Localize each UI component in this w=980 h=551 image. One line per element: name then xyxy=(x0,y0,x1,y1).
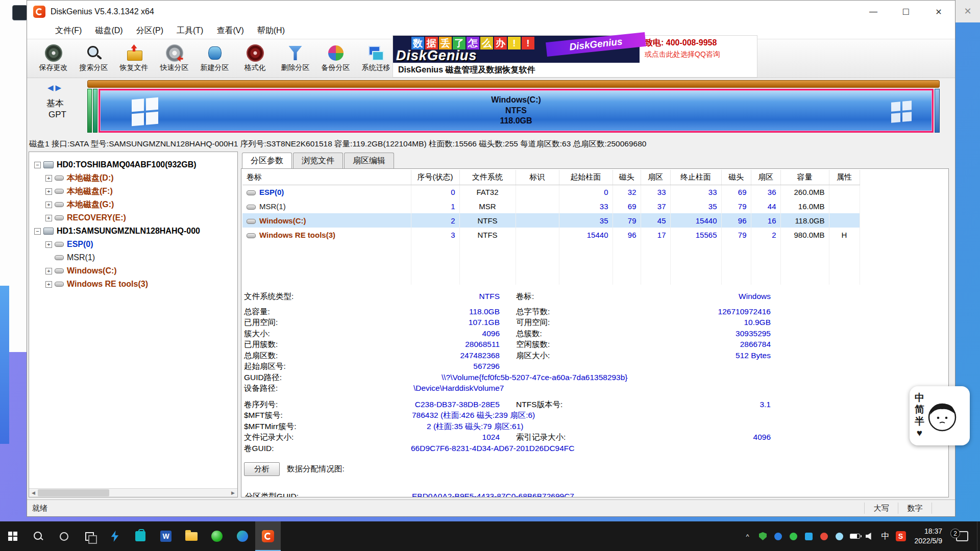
scrollbar-thumb[interactable] xyxy=(38,489,109,496)
partition-row-msr[interactable]: MSR(1) 1 MSR 33 69 37 35 79 44 16.0MB xyxy=(242,199,860,213)
tray-expand-button[interactable]: ^ xyxy=(740,521,755,551)
recover-files-button[interactable]: 恢复文件 xyxy=(114,44,154,72)
taskbar-clock[interactable]: 18:37 2022/5/9 xyxy=(915,527,943,546)
expand-icon[interactable]: + xyxy=(45,281,52,288)
tab-browse-files[interactable]: 浏览文件 xyxy=(293,153,343,168)
tree-item-local-d[interactable]: + 本地磁盘(D:) xyxy=(29,171,237,185)
tray-app-green[interactable] xyxy=(786,521,801,551)
col-start-sector[interactable]: 扇区 xyxy=(641,170,670,185)
analyze-button[interactable]: 分析 xyxy=(244,462,280,476)
windows-c-partition-block[interactable]: Windows(C:) NTFS 118.0GB xyxy=(99,89,934,133)
diskgenius-taskbar-button[interactable] xyxy=(255,521,281,551)
msr-partition-block[interactable] xyxy=(93,89,97,133)
cortana-button[interactable] xyxy=(51,521,77,551)
volume-indicator[interactable] xyxy=(863,521,878,551)
tray-app-snowflake[interactable] xyxy=(832,521,847,551)
re-tools-partition-block[interactable] xyxy=(935,89,940,133)
nav-forward-icon[interactable]: ▶ xyxy=(56,83,64,92)
pinned-app-lightning[interactable] xyxy=(102,521,128,551)
taskbar-search-button[interactable] xyxy=(26,521,51,551)
expand-icon[interactable]: + xyxy=(45,202,52,208)
tab-partition-params[interactable]: 分区参数 xyxy=(242,153,292,169)
col-end-sector[interactable]: 扇区 xyxy=(751,170,780,185)
expand-icon[interactable]: + xyxy=(45,215,52,221)
menu-partition[interactable]: 分区(P) xyxy=(130,26,170,36)
tray-security-app[interactable] xyxy=(755,521,771,551)
scroll-right-icon[interactable]: ▶ xyxy=(229,489,237,497)
ad-banner[interactable]: 数 据 丢 了 怎 么 办 ! ! DiskGenius xyxy=(393,36,757,77)
tree-item-windows-c[interactable]: + Windows(C:) xyxy=(29,264,237,278)
ad-qq-link[interactable]: 或点击此处选择QQ咨询 xyxy=(645,50,754,59)
format-button[interactable]: 格式化 xyxy=(235,44,275,72)
col-start-cyl[interactable]: 起始柱面 xyxy=(559,170,612,185)
tray-app-qq[interactable] xyxy=(801,521,817,551)
tab-sector-edit[interactable]: 扇区编辑 xyxy=(344,153,394,168)
col-volume[interactable]: 卷标 xyxy=(242,170,411,185)
start-button[interactable] xyxy=(0,521,26,551)
collapse-icon[interactable]: − xyxy=(34,228,41,235)
save-changes-button[interactable]: 保存更改 xyxy=(33,44,74,72)
ime-indicator[interactable]: 中 xyxy=(878,521,893,551)
resize-grip[interactable] xyxy=(932,503,955,514)
tree-item-local-g[interactable]: + 本地磁盘(G:) xyxy=(29,198,237,211)
file-explorer-button[interactable] xyxy=(179,521,204,551)
system-migration-button[interactable]: 系统迁移 xyxy=(356,44,396,72)
col-flag[interactable]: 标识 xyxy=(516,170,559,185)
search-partition-button[interactable]: 搜索分区 xyxy=(74,44,114,72)
menu-view[interactable]: 查看(V) xyxy=(210,26,250,36)
menu-help[interactable]: 帮助(H) xyxy=(251,26,291,36)
tree-item-recovery-e[interactable]: + RECOVERY(E:) xyxy=(29,211,237,224)
show-desktop-button[interactable] xyxy=(977,521,980,551)
maximize-button[interactable]: ☐ xyxy=(890,1,922,23)
action-center-button[interactable]: 2 xyxy=(947,521,977,551)
menu-file[interactable]: 文件(F) xyxy=(48,26,88,36)
tree-item-windows-re[interactable]: + Windows RE tools(3) xyxy=(29,278,237,291)
pinned-app-360-browser[interactable] xyxy=(204,521,230,551)
partition-row-graphic: Windows(C:) NTFS 118.0GB xyxy=(87,89,940,133)
expand-icon[interactable]: + xyxy=(45,175,52,182)
col-attr[interactable]: 属性 xyxy=(829,170,860,185)
backup-partition-button[interactable]: 备份分区 xyxy=(315,44,356,72)
col-filesystem[interactable]: 文件系统 xyxy=(459,170,516,185)
nav-back-icon[interactable]: ◀ xyxy=(47,83,56,92)
col-capacity[interactable]: 容量 xyxy=(780,170,829,185)
delete-partition-button[interactable]: 删除分区 xyxy=(275,44,315,72)
esp-partition-block[interactable] xyxy=(87,89,92,133)
task-view-button[interactable] xyxy=(77,521,102,551)
minimize-button[interactable]: — xyxy=(857,1,890,23)
volume-name: MSR(1) xyxy=(259,202,286,211)
close-button[interactable]: ✕ xyxy=(922,1,955,23)
quick-partition-button[interactable]: 快速分区 xyxy=(154,44,194,72)
menu-tools[interactable]: 工具(T) xyxy=(170,26,210,36)
partition-row-windows-c-selected[interactable]: Windows(C:) 2 NTFS 35 79 45 15440 96 16 xyxy=(242,213,860,228)
scroll-left-icon[interactable]: ◀ xyxy=(29,489,38,497)
expand-icon[interactable]: + xyxy=(45,188,52,195)
tray-app-red[interactable] xyxy=(817,521,832,551)
battery-indicator[interactable] xyxy=(847,521,863,551)
tree-item-esp[interactable]: + ESP(0) xyxy=(29,238,237,251)
pinned-app-store[interactable] xyxy=(128,521,153,551)
expand-icon[interactable]: + xyxy=(45,241,52,248)
collapse-icon[interactable]: − xyxy=(34,162,41,168)
tree-item-hd0[interactable]: − HD0:TOSHIBAMQ04ABF100(932GB) xyxy=(29,158,237,171)
tree-horizontal-scrollbar[interactable]: ◀ ▶ xyxy=(29,488,237,497)
ime-sticker-widget[interactable]: 中 简 半 ♥ xyxy=(910,386,970,445)
pinned-app-word[interactable]: W xyxy=(153,521,179,551)
col-start-head[interactable]: 磁头 xyxy=(612,170,641,185)
detail-value: C238-DB37-38DB-28E5 xyxy=(351,399,500,410)
partition-row-windows-re[interactable]: Windows RE tools(3) 3 NTFS 15440 96 17 1… xyxy=(242,228,860,242)
col-end-head[interactable]: 磁头 xyxy=(721,170,751,185)
scrollbar-track[interactable] xyxy=(38,489,229,497)
partition-row-esp[interactable]: ESP(0) 0 FAT32 0 32 33 33 69 36 260.0MB xyxy=(242,185,860,199)
tree-item-local-f[interactable]: + 本地磁盘(F:) xyxy=(29,185,237,198)
pinned-app-edge[interactable] xyxy=(230,521,255,551)
tree-item-hd1[interactable]: − HD1:SAMSUNGMZNLN128HAHQ-000 xyxy=(29,224,237,238)
col-seq[interactable]: 序号(状态) xyxy=(411,170,459,185)
new-partition-button[interactable]: 新建分区 xyxy=(194,44,235,72)
menu-disk[interactable]: 磁盘(D) xyxy=(88,26,129,36)
expand-icon[interactable]: + xyxy=(45,268,52,274)
tree-item-msr[interactable]: MSR(1) xyxy=(29,251,237,264)
col-end-cyl[interactable]: 终止柱面 xyxy=(670,170,721,185)
sogou-input-button[interactable]: S xyxy=(893,521,909,551)
tray-app-blue[interactable] xyxy=(771,521,786,551)
